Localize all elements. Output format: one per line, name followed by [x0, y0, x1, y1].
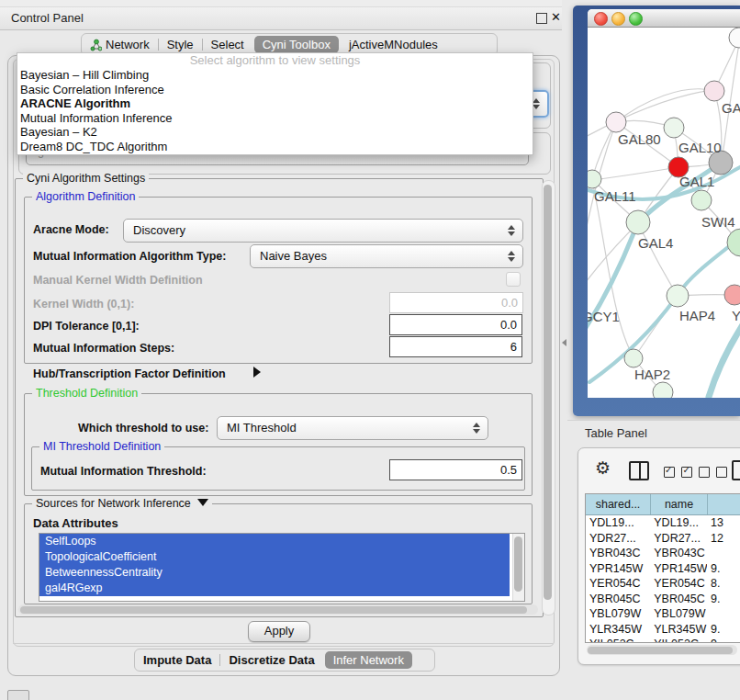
deselect-all-columns-icon[interactable]: [699, 465, 727, 481]
table-cell[interactable]: YDR27...: [586, 531, 650, 547]
dpi-tolerance-input[interactable]: 0.0: [389, 314, 522, 335]
settings-vertical-scrollbar[interactable]: [542, 180, 555, 615]
close-window-icon[interactable]: [594, 12, 608, 26]
settings-horizontal-scrollbar[interactable]: [18, 604, 538, 615]
tab-cyni-toolbox[interactable]: Cyni Toolbox: [254, 36, 339, 53]
attributes-scrollbar-thumb[interactable]: [514, 536, 522, 592]
tab-style[interactable]: Style: [159, 36, 202, 53]
tab-select[interactable]: Select: [203, 36, 252, 53]
column-header[interactable]: [708, 494, 740, 514]
table-row[interactable]: YIL052CYIL052C9: [586, 637, 740, 642]
minimized-panel-icon[interactable]: [7, 690, 29, 700]
attributes-vertical-scrollbar[interactable]: [512, 534, 524, 601]
network-edge[interactable]: [592, 180, 633, 357]
table-row[interactable]: YPR145WYPR145W9.: [586, 561, 740, 577]
apply-button[interactable]: Apply: [248, 621, 310, 642]
column-header[interactable]: shared...: [586, 494, 651, 514]
network-node[interactable]: [724, 285, 740, 305]
kernel-width-input[interactable]: 0.0: [389, 292, 523, 313]
table-cell[interactable]: 9.: [707, 622, 740, 638]
network-node[interactable]: [624, 349, 643, 367]
table-cell[interactable]: YIL052C: [650, 637, 707, 642]
table-cell[interactable]: YBR045C: [586, 592, 650, 607]
network-node[interactable]: [626, 210, 650, 234]
table-cell[interactable]: YPR145W: [650, 561, 707, 577]
mi-type-combo[interactable]: Naive Bayes: [250, 244, 523, 268]
network-node[interactable]: [653, 382, 673, 398]
table-horizontal-scrollbar[interactable]: [587, 645, 737, 655]
network-node[interactable]: [606, 112, 626, 132]
network-edge[interactable]: [588, 122, 616, 296]
table-horizontal-scrollbar-thumb[interactable]: [588, 647, 733, 654]
table-row[interactable]: YBR043CYBR043C: [586, 546, 740, 561]
new-table-icon[interactable]: [732, 460, 740, 480]
network-edge[interactable]: [588, 223, 638, 296]
list-item[interactable]: gal4RGexp: [39, 581, 510, 596]
table-row[interactable]: YBL079WYBL079W: [586, 606, 740, 622]
table-cell[interactable]: 8.: [707, 576, 740, 592]
popup-item-aracne[interactable]: ARACNE Algorithm: [17, 96, 533, 111]
list-item[interactable]: BetweennessCentrality: [39, 565, 510, 581]
table-cell[interactable]: YIL052C: [586, 637, 650, 642]
table-cell[interactable]: 13: [707, 515, 740, 531]
split-columns-icon[interactable]: [629, 461, 649, 480]
data-attributes-list[interactable]: SelfLoops TopologicalCoefficient Between…: [39, 533, 525, 602]
network-node[interactable]: [667, 285, 689, 307]
network-edge-highlighted[interactable]: [678, 241, 736, 294]
network-node[interactable]: [727, 229, 740, 256]
which-threshold-combo[interactable]: MI Threshold: [217, 416, 488, 440]
sources-collapse-icon[interactable]: [197, 499, 208, 506]
table-cell[interactable]: YBR043C: [650, 546, 707, 561]
network-edge[interactable]: [616, 89, 714, 122]
table-cell[interactable]: YBL079W: [586, 606, 650, 622]
table-cell[interactable]: 9.: [707, 592, 740, 607]
list-item[interactable]: SelfLoops: [39, 534, 510, 549]
table-cell[interactable]: YBL079W: [650, 606, 707, 622]
settings-vertical-scrollbar-thumb[interactable]: [544, 185, 552, 600]
network-edge[interactable]: [638, 223, 677, 295]
minimize-window-icon[interactable]: [611, 12, 625, 26]
table-cell[interactable]: [707, 606, 740, 622]
popup-item[interactable]: Bayesian – K2: [17, 125, 533, 140]
gear-icon[interactable]: ⚙: [595, 457, 611, 479]
table-cell[interactable]: YPR145W: [586, 561, 650, 577]
table-cell[interactable]: YDL19...: [650, 515, 707, 531]
mi-threshold-input[interactable]: 0.5: [389, 459, 522, 480]
network-edge[interactable]: [593, 167, 678, 180]
table-cell[interactable]: 12: [707, 531, 740, 547]
float-panel-icon[interactable]: [536, 13, 547, 24]
table-cell[interactable]: YER054C: [650, 576, 707, 592]
table-cell[interactable]: YER054C: [586, 576, 650, 592]
tab-discretize-data[interactable]: Discretize Data: [220, 651, 322, 669]
zoom-window-icon[interactable]: [629, 12, 643, 26]
table-cell[interactable]: YDR27...: [650, 531, 707, 547]
popup-item[interactable]: Dream8 DC_TDC Algorithm: [17, 140, 533, 154]
table-cell[interactable]: YLR345W: [650, 622, 707, 638]
tab-jactivemnodules[interactable]: jActiveMNodules: [341, 36, 446, 53]
network-window-titlebar[interactable]: [588, 9, 740, 28]
hub-expand-icon[interactable]: [253, 367, 261, 378]
table-cell[interactable]: YBR043C: [586, 546, 650, 561]
network-node[interactable]: [729, 28, 740, 48]
popup-item[interactable]: Basic Correlation Inference: [17, 83, 533, 97]
network-canvas[interactable]: GALGAL80GAL10GAL1GAL11GAL4SWI4HAP4YGCY1H…: [588, 28, 740, 398]
table-cell[interactable]: 9: [707, 637, 740, 642]
list-item[interactable]: TopologicalCoefficient: [39, 549, 510, 565]
popup-item[interactable]: Mutual Information Inference: [17, 111, 533, 126]
table-cell[interactable]: YDL19...: [586, 515, 650, 531]
network-node[interactable]: [691, 190, 712, 210]
table-cell[interactable]: YLR345W: [586, 622, 650, 638]
close-icon[interactable]: ✕: [551, 10, 561, 24]
network-node[interactable]: [704, 81, 724, 101]
network-node[interactable]: [588, 170, 601, 188]
column-header[interactable]: name: [651, 494, 708, 514]
table-row[interactable]: YBR045CYBR045C9.: [586, 592, 740, 607]
network-view-frame[interactable]: GALGAL80GAL10GAL1GAL11GAL4SWI4HAP4YGCY1H…: [573, 6, 740, 416]
select-all-columns-icon[interactable]: [664, 465, 692, 481]
table-row[interactable]: YDR27...YDR27...12: [586, 531, 740, 547]
manual-kernel-checkbox[interactable]: [506, 272, 521, 287]
table-row[interactable]: YLR345WYLR345W9.: [586, 622, 740, 638]
tab-impute-data[interactable]: Impute Data: [135, 651, 219, 669]
tab-infer-network[interactable]: Infer Network: [325, 651, 412, 669]
table-cell[interactable]: [707, 546, 740, 561]
